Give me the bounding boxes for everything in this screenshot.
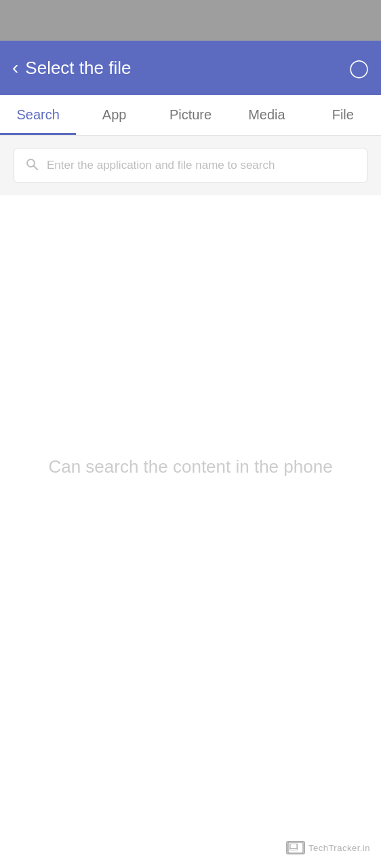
watermark-text: TechTracker.in xyxy=(308,843,370,853)
header-left: ‹ Select the file xyxy=(12,58,131,79)
history-icon[interactable]: ◯ xyxy=(349,58,369,79)
search-icon xyxy=(25,157,39,174)
tab-picture-label: Picture xyxy=(169,107,212,123)
footer-watermark: TechTracker.in xyxy=(286,841,370,854)
page-title: Select the file xyxy=(25,58,131,79)
main-content: Can search the content in the phone xyxy=(0,195,381,738)
header: ‹ Select the file ◯ xyxy=(0,41,381,95)
back-icon[interactable]: ‹ xyxy=(12,58,18,77)
search-box xyxy=(14,148,367,183)
tab-picture[interactable]: Picture xyxy=(153,95,228,135)
empty-state-text: Can search the content in the phone xyxy=(48,456,332,477)
tab-app-label: App xyxy=(102,107,127,123)
tab-app[interactable]: App xyxy=(76,95,152,135)
watermark-icon xyxy=(286,841,305,854)
tab-search[interactable]: Search xyxy=(0,95,76,135)
tab-media[interactable]: Media xyxy=(228,95,304,135)
svg-line-1 xyxy=(34,165,38,170)
tab-media-label: Media xyxy=(248,107,285,123)
search-area xyxy=(0,136,381,195)
status-bar xyxy=(0,0,381,41)
svg-rect-2 xyxy=(288,842,303,853)
tab-search-label: Search xyxy=(17,107,60,123)
tab-bar: Search App Picture Media File xyxy=(0,95,381,136)
tab-file-label: File xyxy=(332,107,354,123)
search-input[interactable] xyxy=(47,159,356,172)
svg-rect-3 xyxy=(290,844,297,849)
tab-file[interactable]: File xyxy=(305,95,381,135)
